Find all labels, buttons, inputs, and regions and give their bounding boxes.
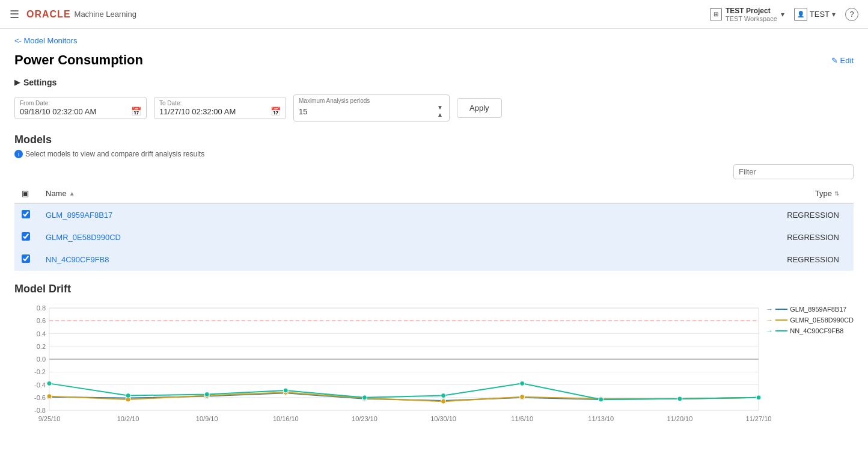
svg-point-40: [47, 394, 52, 399]
svg-text:11/20/10: 11/20/10: [667, 415, 692, 422]
legend-arrow-icon: →: [766, 327, 773, 335]
oracle-logo: ORACLE Machine Learning: [26, 9, 136, 20]
to-date-calendar-icon[interactable]: 📅: [270, 106, 281, 116]
main-content: <- Model Monitors Power Consumption ✎ Ed…: [0, 29, 868, 440]
user-info[interactable]: 👤 TEST ▾: [794, 8, 836, 21]
legend-color-line: [775, 330, 787, 331]
help-icon[interactable]: ?: [845, 8, 858, 21]
legend-color-line: [775, 319, 787, 321]
legend-arrow-icon: →: [766, 316, 773, 324]
row-checkbox[interactable]: [22, 210, 30, 218]
svg-text:0.4: 0.4: [37, 330, 46, 338]
to-date-label: To Date:: [159, 100, 281, 106]
from-date-field[interactable]: From Date: 09/18/10 02:32:00 AM 📅: [14, 97, 147, 119]
max-periods-stepper[interactable]: ▼ ▲: [436, 104, 444, 119]
project-name: TEST Project: [726, 7, 777, 15]
svg-point-57: [599, 397, 604, 402]
svg-text:10/16/10: 10/16/10: [273, 415, 299, 422]
max-periods-value: 15: [299, 107, 307, 116]
row-checkbox[interactable]: [22, 254, 30, 263]
svg-text:11/13/10: 11/13/10: [588, 415, 614, 422]
svg-point-59: [756, 395, 761, 400]
table-header-row: ▣ Name ▲ Type ⇅: [14, 184, 854, 203]
table-row: GLM_8959AF8B17 REGRESSION: [14, 203, 854, 226]
svg-point-58: [677, 396, 682, 401]
row-name-cell: NN_4C90CF9FB8: [38, 248, 486, 271]
breadcrumb[interactable]: <- Model Monitors: [14, 36, 854, 45]
settings-title: Settings: [23, 78, 57, 87]
svg-text:10/2/10: 10/2/10: [117, 415, 139, 422]
model-drift-title: Model Drift: [14, 283, 854, 295]
oracle-brand: ORACLE: [26, 9, 71, 20]
apply-button[interactable]: Apply: [457, 98, 502, 118]
name-header-label: Name: [46, 189, 67, 198]
settings-header[interactable]: ▶ Settings: [14, 78, 854, 87]
project-info[interactable]: ⊞ TEST Project TEST Workspace ▾: [710, 7, 784, 22]
header-right: ⊞ TEST Project TEST Workspace ▾ 👤 TEST ▾…: [710, 7, 858, 22]
edit-label: Edit: [840, 56, 854, 65]
legend-label: GLMR_0E58D990CD: [790, 316, 854, 324]
svg-point-52: [204, 392, 209, 396]
legend-item: → GLM_8959AF8B17: [766, 305, 854, 313]
svg-point-50: [47, 381, 52, 386]
name-sort-icon: ▲: [69, 190, 75, 197]
settings-controls: From Date: 09/18/10 02:32:00 AM 📅 To Dat…: [14, 94, 854, 122]
drift-chart-container: 0.80.60.40.20.0-0.2-0.4-0.6-0.89/25/1010…: [14, 299, 854, 433]
svg-point-51: [126, 393, 130, 398]
to-date-value: 11/27/10 02:32:00 AM: [159, 107, 236, 116]
stepper-down-button[interactable]: ▼: [436, 104, 444, 111]
models-table: ▣ Name ▲ Type ⇅: [14, 184, 854, 271]
models-hint: i Select models to view and compare drif…: [14, 150, 854, 158]
svg-text:10/30/10: 10/30/10: [430, 415, 456, 422]
svg-text:11/27/10: 11/27/10: [746, 415, 772, 422]
user-avatar-icon: 👤: [794, 8, 807, 21]
row-type-cell: REGRESSION: [486, 248, 854, 271]
select-all-checkbox[interactable]: ▣: [22, 189, 29, 198]
svg-text:-0.2: -0.2: [34, 368, 46, 375]
svg-text:10/23/10: 10/23/10: [352, 415, 377, 422]
legend-label: NN_4C90CF9FB8: [790, 327, 843, 334]
from-date-value: 09/18/10 02:32:00 AM: [20, 107, 96, 116]
svg-text:0.8: 0.8: [37, 304, 46, 312]
name-sort[interactable]: Name ▲: [46, 189, 478, 198]
models-table-body: GLM_8959AF8B17 REGRESSION GLMR_0E58D990C…: [14, 203, 854, 271]
type-header-label: Type: [815, 189, 832, 198]
from-date-calendar-icon[interactable]: 📅: [131, 106, 141, 116]
svg-point-46: [520, 395, 525, 399]
svg-point-45: [441, 399, 446, 404]
legend-item: → NN_4C90CF9FB8: [766, 327, 854, 335]
models-table-header: ▣ Name ▲ Type ⇅: [14, 184, 854, 203]
to-date-field[interactable]: To Date: 11/27/10 02:32:00 AM 📅: [154, 97, 286, 119]
models-section: Models i Select models to view and compa…: [14, 134, 854, 271]
row-checkbox-cell: [14, 203, 38, 226]
user-dropdown-icon[interactable]: ▾: [832, 10, 836, 19]
app-header: ☰ ORACLE Machine Learning ⊞ TEST Project…: [0, 0, 868, 29]
name-column-header[interactable]: Name ▲: [38, 184, 486, 203]
svg-point-55: [441, 393, 446, 398]
model-link[interactable]: GLM_8959AF8B17: [46, 211, 112, 220]
type-column-header[interactable]: Type ⇅: [486, 184, 854, 203]
max-periods-field[interactable]: Maximum Analysis periods 15 ▼ ▲: [293, 94, 450, 122]
models-title: Models: [14, 134, 854, 146]
model-link[interactable]: GLMR_0E58D990CD: [46, 233, 121, 242]
oracle-ml-label: Machine Learning: [75, 10, 136, 19]
menu-icon[interactable]: ☰: [10, 8, 19, 21]
svg-text:10/9/10: 10/9/10: [196, 415, 218, 422]
max-periods-label: Maximum Analysis periods: [299, 97, 444, 104]
legend-label: GLM_8959AF8B17: [790, 306, 846, 313]
model-link[interactable]: NN_4C90CF9FB8: [46, 255, 109, 264]
type-sort[interactable]: Type ⇅: [493, 189, 839, 198]
header-left: ☰ ORACLE Machine Learning: [10, 8, 136, 21]
settings-chevron-icon: ▶: [14, 78, 20, 87]
table-row: GLMR_0E58D990CD REGRESSION: [14, 226, 854, 248]
row-name-cell: GLM_8959AF8B17: [38, 203, 486, 226]
drift-chart-svg: 0.80.60.40.20.0-0.2-0.4-0.6-0.89/25/1010…: [14, 299, 854, 431]
stepper-up-button[interactable]: ▲: [436, 111, 444, 119]
project-dropdown-icon[interactable]: ▾: [781, 10, 784, 19]
filter-input[interactable]: [733, 164, 854, 179]
svg-text:-0.8: -0.8: [34, 407, 46, 414]
max-periods-row: 15 ▼ ▲: [299, 104, 444, 119]
svg-point-53: [283, 388, 288, 393]
row-checkbox[interactable]: [22, 232, 30, 241]
edit-button[interactable]: ✎ Edit: [831, 56, 854, 65]
